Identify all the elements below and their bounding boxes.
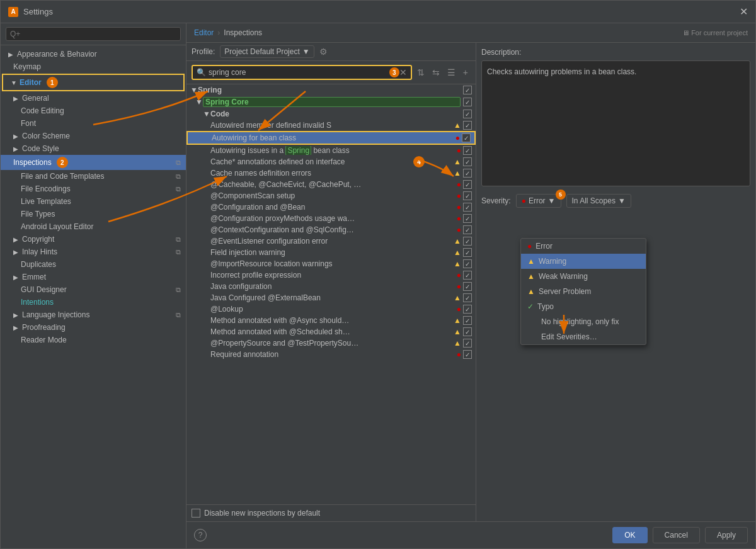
sidebar-item-inspections[interactable]: Inspections 2 ⧉ [1, 155, 186, 170]
item-checkbox[interactable] [463, 180, 472, 189]
sidebar-item-keymap[interactable]: Keymap [1, 60, 186, 73]
item-checkbox[interactable] [463, 350, 472, 359]
group-checkbox[interactable] [463, 110, 472, 118]
inspection-item[interactable]: @EventListener configuration error ▲ [186, 235, 476, 247]
severity-menu-item-weak-warning[interactable]: ▲ Weak Warning [521, 269, 646, 284]
item-checkbox[interactable] [463, 203, 472, 212]
expand-icon: ▼ [190, 86, 195, 94]
inspection-item[interactable]: Autowiring issues in a Spring bean class… [186, 145, 476, 156]
item-label: Java Configured @ExternalBean [210, 293, 451, 302]
scope-dropdown[interactable]: In All Scopes ▼ [566, 194, 631, 208]
item-checkbox[interactable] [463, 214, 472, 223]
item-checkbox[interactable] [463, 157, 472, 166]
inspection-item[interactable]: @Cacheable, @CacheEvict, @CachePut, … ● [186, 179, 476, 190]
inspection-item[interactable]: Field injection warning ▲ [186, 247, 476, 258]
item-checkbox[interactable] [463, 225, 472, 234]
sidebar-item-general[interactable]: ▶ General [1, 92, 186, 105]
item-checkbox[interactable] [463, 121, 472, 130]
sidebar-item-file-encodings[interactable]: File Encodings ⧉ [1, 183, 186, 195]
sidebar-item-inlay-hints[interactable]: ▶ Inlay Hints ⧉ [1, 246, 186, 258]
item-checkbox[interactable] [463, 305, 472, 314]
item-checkbox[interactable] [463, 327, 472, 336]
sidebar-item-emmet[interactable]: ▶ Emmet [1, 271, 186, 283]
add-icon[interactable]: + [461, 66, 471, 79]
inspection-group-spring-core[interactable]: ▼ Spring Core [186, 96, 476, 108]
item-checkbox[interactable] [463, 191, 472, 200]
inspection-item[interactable]: @ComponentScan setup ● [186, 190, 476, 201]
help-icon[interactable]: ? [194, 529, 207, 541]
sidebar-item-gui-designer[interactable]: GUI Designer ⧉ [1, 283, 186, 296]
clear-search-button[interactable]: ✕ [399, 67, 407, 77]
sidebar-item-file-code-templates[interactable]: File and Code Templates ⧉ [1, 170, 186, 183]
warn-icon: ▲ [454, 248, 461, 257]
item-checkbox[interactable] [463, 293, 472, 302]
inspection-item[interactable]: Incorrect profile expression ● [186, 269, 476, 281]
item-checkbox[interactable] [463, 237, 472, 246]
ok-button[interactable]: OK [612, 527, 647, 543]
expand-all-icon[interactable]: ⇆ [430, 66, 442, 79]
inspection-item[interactable]: @ContextConfiguration and @SqlConfig… ● [186, 224, 476, 235]
severity-menu-item-edit-severities[interactable]: Edit Severities… [521, 329, 646, 344]
inspection-item[interactable]: Cache names definition errors ▲ [186, 167, 476, 179]
gear-icon[interactable]: ⚙ [319, 47, 328, 57]
breadcrumb-editor[interactable]: Editor [194, 28, 214, 37]
sidebar-item-color-scheme[interactable]: ▶ Color Scheme [1, 130, 186, 142]
item-checkbox[interactable] [462, 133, 471, 142]
group-checkbox[interactable] [463, 98, 472, 106]
inspection-item[interactable]: Method annotated with @Async should… ▲ [186, 315, 476, 326]
inspection-item[interactable]: Method annotated with @Scheduled sh… ▲ [186, 326, 476, 337]
apply-button[interactable]: Apply [705, 527, 748, 543]
severity-menu-item-no-highlighting[interactable]: No highlighting, only fix [521, 314, 646, 329]
inspection-item[interactable]: Required annotation ● [186, 349, 476, 360]
inspection-item[interactable]: Cache* annotations defined on interface … [186, 156, 476, 167]
search-input[interactable] [209, 68, 389, 77]
sidebar-item-language-injections[interactable]: ▶ Language Injections ⧉ [1, 308, 186, 321]
inspection-item[interactable]: Autowired member defined invalid S ▲ [186, 120, 476, 131]
project-link[interactable]: 🖥 For current project [682, 29, 748, 37]
inspection-item[interactable]: @PropertySource and @TestPropertySou… ▲ [186, 337, 476, 349]
sidebar-item-proofreading[interactable]: ▶ Proofreading [1, 321, 186, 334]
item-checkbox[interactable] [463, 339, 472, 348]
severity-menu-item-warning[interactable]: ▲ Warning [521, 254, 646, 269]
sidebar-item-code-editing[interactable]: Code Editing [1, 105, 186, 117]
sidebar-search-input[interactable] [6, 27, 181, 41]
inspection-item-selected[interactable]: Autowiring for bean class ● [186, 131, 476, 145]
sidebar-item-editor[interactable]: ▼ Editor 1 [2, 74, 185, 91]
sidebar-item-live-templates[interactable]: Live Templates [1, 195, 186, 208]
sidebar-item-appearance[interactable]: ▶ Appearance & Behavior [1, 48, 186, 60]
close-button[interactable]: ✕ [740, 6, 748, 18]
item-checkbox[interactable] [463, 282, 472, 291]
inspection-item[interactable]: Java configuration ● [186, 281, 476, 292]
item-checkbox[interactable] [463, 169, 472, 178]
inspection-item[interactable]: @ImportResource location warnings ▲ [186, 258, 476, 269]
cancel-button[interactable]: Cancel [653, 527, 700, 543]
sidebar-item-copyright[interactable]: ▶ Copyright ⧉ [1, 233, 186, 246]
sidebar-item-code-style[interactable]: ▶ Code Style [1, 142, 186, 155]
item-checkbox[interactable] [463, 248, 472, 257]
filter-icon[interactable]: ⇅ [415, 66, 427, 79]
sidebar-item-file-types[interactable]: File Types [1, 208, 186, 220]
sidebar-item-reader-mode[interactable]: Reader Mode [1, 334, 186, 346]
disable-checkbox[interactable] [192, 509, 200, 518]
severity-menu-item-server-problem[interactable]: ▲ Server Problem [521, 284, 646, 299]
inspection-item[interactable]: @Configuration and @Bean ● [186, 201, 476, 213]
group-checkbox[interactable] [463, 86, 472, 94]
item-checkbox[interactable] [463, 316, 472, 325]
item-checkbox[interactable] [463, 146, 472, 155]
item-checkbox[interactable] [463, 259, 472, 268]
severity-menu-item-typo[interactable]: ✓ Typo [521, 299, 646, 314]
severity-dropdown[interactable]: ● Error ▼ 5 [516, 194, 561, 208]
profile-select[interactable]: Project Default Project ▼ [220, 45, 314, 58]
collapse-all-icon[interactable]: ☰ [445, 66, 458, 79]
inspection-item[interactable]: @Configuration proxyMethods usage wa… ● [186, 213, 476, 224]
sidebar-item-duplicates[interactable]: Duplicates [1, 258, 186, 271]
sidebar-item-intentions[interactable]: Intentions [1, 296, 186, 308]
sidebar-item-font[interactable]: Font [1, 117, 186, 130]
sidebar-item-android-layout-editor[interactable]: Android Layout Editor [1, 220, 186, 233]
inspection-item[interactable]: Java Configured @ExternalBean ▲ [186, 292, 476, 303]
severity-menu-item-error[interactable]: ● Error [521, 239, 646, 254]
item-checkbox[interactable] [463, 271, 472, 280]
inspection-item[interactable]: @Lookup ● [186, 303, 476, 315]
inspection-group-spring[interactable]: ▼ Spring [186, 84, 476, 96]
inspection-group-code[interactable]: ▼ Code [186, 108, 476, 120]
